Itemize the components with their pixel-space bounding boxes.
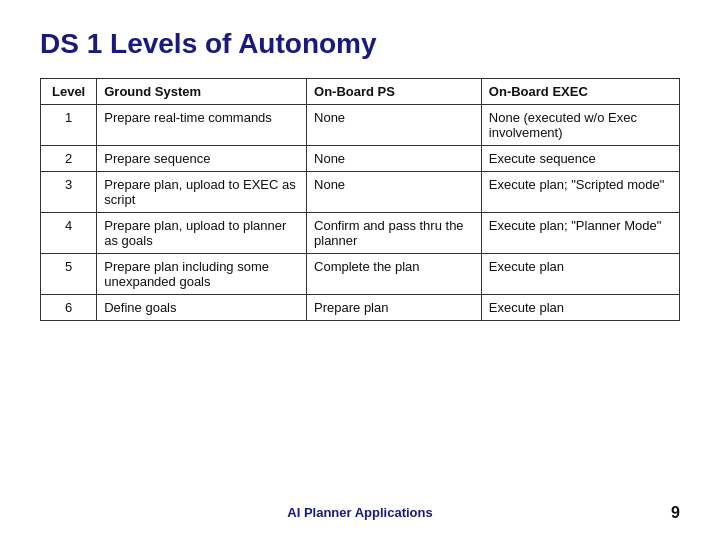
cell-2-1: Prepare plan, upload to EXEC as script xyxy=(97,172,307,213)
cell-5-0: 6 xyxy=(41,295,97,321)
cell-0-2: None xyxy=(307,105,482,146)
cell-4-0: 5 xyxy=(41,254,97,295)
table-row: 3Prepare plan, upload to EXEC as scriptN… xyxy=(41,172,680,213)
cell-5-2: Prepare plan xyxy=(307,295,482,321)
col-ground: Ground System xyxy=(97,79,307,105)
cell-1-1: Prepare sequence xyxy=(97,146,307,172)
cell-2-3: Execute plan; "Scripted mode" xyxy=(481,172,679,213)
cell-5-1: Define goals xyxy=(97,295,307,321)
page-number: 9 xyxy=(671,504,680,522)
cell-5-3: Execute plan xyxy=(481,295,679,321)
header-row: Level Ground System On-Board PS On-Board… xyxy=(41,79,680,105)
slide-page: DS 1 Levels of Autonomy Level Ground Sys… xyxy=(0,0,720,540)
footer-label: AI Planner Applications xyxy=(287,505,432,520)
cell-4-1: Prepare plan including some unexpanded g… xyxy=(97,254,307,295)
table-row: 4Prepare plan, upload to planner as goal… xyxy=(41,213,680,254)
cell-2-0: 3 xyxy=(41,172,97,213)
col-ps: On-Board PS xyxy=(307,79,482,105)
slide-title: DS 1 Levels of Autonomy xyxy=(40,28,680,60)
cell-0-3: None (executed w/o Exec involvement) xyxy=(481,105,679,146)
table-body: 1Prepare real-time commandsNoneNone (exe… xyxy=(41,105,680,321)
cell-1-0: 2 xyxy=(41,146,97,172)
cell-1-3: Execute sequence xyxy=(481,146,679,172)
cell-4-2: Complete the plan xyxy=(307,254,482,295)
footer: AI Planner Applications 9 xyxy=(40,495,680,520)
cell-0-1: Prepare real-time commands xyxy=(97,105,307,146)
autonomy-table: Level Ground System On-Board PS On-Board… xyxy=(40,78,680,321)
table-row: 6Define goalsPrepare planExecute plan xyxy=(41,295,680,321)
table-row: 2Prepare sequenceNoneExecute sequence xyxy=(41,146,680,172)
cell-1-2: None xyxy=(307,146,482,172)
table-wrap: Level Ground System On-Board PS On-Board… xyxy=(40,78,680,495)
cell-3-0: 4 xyxy=(41,213,97,254)
cell-3-2: Confirm and pass thru the planner xyxy=(307,213,482,254)
table-header: Level Ground System On-Board PS On-Board… xyxy=(41,79,680,105)
cell-4-3: Execute plan xyxy=(481,254,679,295)
cell-3-1: Prepare plan, upload to planner as goals xyxy=(97,213,307,254)
table-row: 5Prepare plan including some unexpanded … xyxy=(41,254,680,295)
cell-2-2: None xyxy=(307,172,482,213)
cell-0-0: 1 xyxy=(41,105,97,146)
table-row: 1Prepare real-time commandsNoneNone (exe… xyxy=(41,105,680,146)
cell-3-3: Execute plan; "Planner Mode" xyxy=(481,213,679,254)
col-exec: On-Board EXEC xyxy=(481,79,679,105)
col-level: Level xyxy=(41,79,97,105)
